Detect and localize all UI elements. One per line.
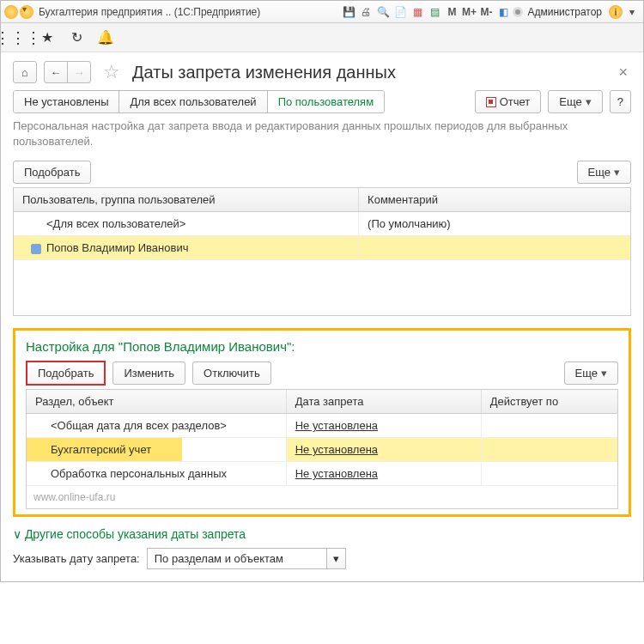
date-mode-select[interactable]: По разделам и объектам ▾ [147, 548, 346, 569]
user-cell: Попов Владимир Иванович [14, 236, 359, 259]
app-title: Бухгалтерия предприятия .. (1С:Предприят… [39, 6, 260, 18]
forward-button[interactable]: → [67, 61, 91, 83]
m-icon[interactable]: M [444, 4, 459, 20]
print-icon[interactable]: 🖨 [358, 4, 374, 20]
apps-icon[interactable]: ⋮⋮⋮ [9, 29, 27, 46]
table-row[interactable]: Попов Владимир Иванович [14, 236, 630, 260]
detail-col-section: Раздел, объект [27, 390, 287, 413]
section-cell: Бухгалтерский учет [27, 438, 287, 461]
chevron-down-icon[interactable]: ▾ [327, 548, 346, 569]
back-button[interactable]: ← [44, 61, 68, 83]
admin-label[interactable]: Администратор [527, 6, 602, 18]
report-button-label: Отчет [500, 95, 531, 108]
tab-all-users[interactable]: Для всех пользователей [119, 91, 267, 112]
more-button[interactable]: Еще [548, 90, 602, 113]
m-plus-icon[interactable]: M+ [461, 4, 477, 20]
titlebar-dropdown-icon[interactable]: ▾ [624, 4, 640, 20]
date-mode-value: По разделам и объектам [147, 548, 327, 569]
table-row[interactable]: <Для всех пользователей> (По умолчанию) [14, 212, 630, 236]
detail-section: Настройка для "Попов Владимир Иванович":… [13, 328, 631, 517]
users-col-user: Пользователь, группа пользователей [14, 188, 359, 211]
report-button[interactable]: Отчет [475, 90, 542, 113]
calendar-icon[interactable]: ▦ [410, 4, 425, 20]
until-cell [482, 438, 617, 461]
preview-icon[interactable]: 🔍 [375, 4, 391, 20]
detail-more-button[interactable]: Еще [564, 361, 618, 385]
comment-cell [359, 236, 630, 259]
detail-table: Раздел, объект Дата запрета Действует по… [26, 389, 618, 509]
detail-disable-button[interactable]: Отключить [192, 361, 271, 385]
tab-not-set[interactable]: Не установлены [14, 91, 119, 112]
section-cell: Обработка персональных данных [27, 462, 287, 485]
report-icon [486, 97, 496, 107]
date-mode-row: Указывать дату запрета: По разделам и об… [13, 548, 631, 569]
mode-tabs: Не установлены Для всех пользователей По… [13, 90, 385, 113]
info-icon[interactable]: i [609, 5, 623, 19]
detail-toolbar: Подобрать Изменить Отключить Еще [26, 361, 618, 386]
other-ways-expander[interactable]: Другие способы указания даты запрета [13, 527, 631, 541]
detail-pick-button[interactable]: Подобрать [27, 362, 104, 384]
close-icon[interactable]: × [615, 64, 631, 82]
tab-by-users[interactable]: По пользователям [268, 91, 384, 112]
section-cell: <Общая дата для всех разделов> [27, 414, 287, 437]
table-row[interactable]: Обработка персональных данных Не установ… [27, 462, 617, 486]
until-cell [482, 462, 617, 485]
history-icon[interactable]: ↻ [68, 29, 85, 46]
app-menu-icon[interactable] [20, 5, 33, 19]
help-button[interactable]: ? [610, 90, 631, 113]
users-toolbar: Подобрать Еще [13, 161, 631, 184]
favorite-icon[interactable]: ☆ [103, 61, 120, 83]
user-cell: <Для всех пользователей> [14, 212, 359, 235]
star-icon[interactable]: ★ [39, 29, 56, 46]
page-header: ⌂ ← → ☆ Даты запрета изменения данных × [13, 61, 631, 83]
detail-col-until: Действует по [482, 390, 617, 413]
date-mode-label: Указывать дату запрета: [13, 552, 140, 565]
detail-col-date: Дата запрета [287, 390, 482, 413]
pick-user-button[interactable]: Подобрать [13, 161, 91, 184]
m-minus-icon[interactable]: M- [478, 4, 494, 20]
table-row[interactable]: Бухгалтерский учет Не установлена [27, 438, 617, 462]
watermark: www.online-ufa.ru [27, 486, 617, 508]
highlight-box: Подобрать [26, 361, 106, 386]
bell-icon[interactable]: 🔔 [97, 29, 114, 46]
detail-edit-button[interactable]: Изменить [112, 361, 185, 385]
comment-cell: (По умолчанию) [359, 212, 630, 235]
calc-icon[interactable]: ▤ [427, 4, 442, 20]
detail-title: Настройка для "Попов Владимир Иванович": [26, 339, 618, 354]
until-cell [482, 414, 617, 437]
app-logo-icon [4, 5, 18, 19]
user-icon [513, 7, 523, 17]
person-icon [31, 244, 41, 254]
date-cell[interactable]: Не установлена [287, 462, 482, 485]
date-cell[interactable]: Не установлена [287, 438, 482, 461]
main-toolbar: ⋮⋮⋮ ★ ↻ 🔔 [1, 23, 643, 52]
home-button[interactable]: ⌂ [13, 61, 37, 83]
date-cell[interactable]: Не установлена [287, 414, 482, 437]
user-name: Попов Владимир Иванович [46, 241, 188, 254]
users-col-comment: Комментарий [359, 188, 630, 211]
page-description: Персональная настройка дат запрета ввода… [13, 118, 631, 149]
users-table: Пользователь, группа пользователей Комме… [13, 187, 631, 316]
print2-icon[interactable]: 📄 [392, 4, 408, 20]
table-row[interactable]: <Общая дата для всех разделов> Не устано… [27, 414, 617, 438]
titlebar: Бухгалтерия предприятия .. (1С:Предприят… [1, 1, 643, 23]
panels-icon[interactable]: ◧ [495, 4, 511, 20]
page-title: Даты запрета изменения данных [132, 63, 396, 82]
users-more-button[interactable]: Еще [577, 161, 631, 184]
save-icon[interactable]: 💾 [341, 4, 356, 20]
mode-toolbar: Не установлены Для всех пользователей По… [13, 90, 631, 113]
